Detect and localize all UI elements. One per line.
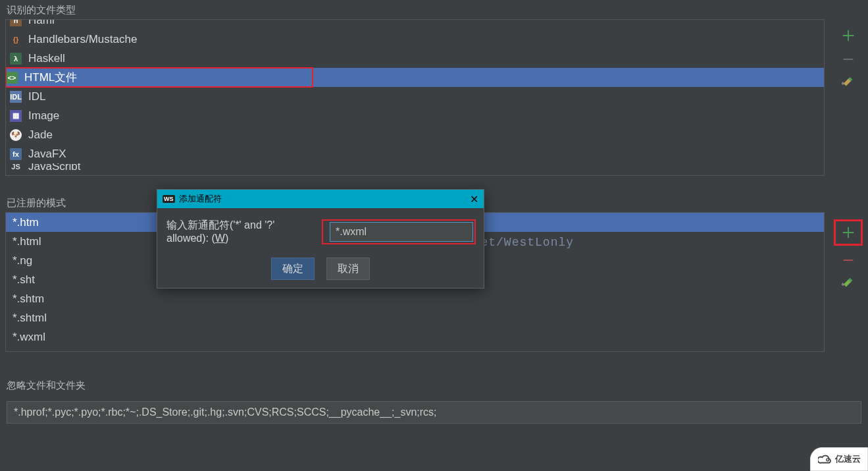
- jade-file-icon: 🐶: [10, 129, 22, 141]
- file-types-label: 识别的文件类型: [0, 0, 868, 19]
- file-type-row[interactable]: λHaskell: [6, 49, 824, 68]
- svg-rect-2: [844, 260, 854, 261]
- edit-pattern-button[interactable]: [841, 277, 855, 291]
- file-type-row[interactable]: JSJavaScript: [6, 163, 824, 170]
- file-type-label: JavaScript: [28, 163, 80, 170]
- vendor-badge[interactable]: 亿速云: [810, 447, 868, 471]
- hb-file-icon: {}: [10, 34, 22, 45]
- pattern-label: *.shtm: [13, 292, 44, 306]
- pattern-label: *.ng: [13, 254, 32, 267]
- jfx-file-icon: fx: [10, 148, 22, 160]
- file-type-label: Handlebars/Mustache: [28, 33, 137, 46]
- pattern-label: *.shtml: [13, 312, 47, 325]
- ignore-patterns-input[interactable]: [7, 401, 861, 424]
- pattern-label: *.wxml: [13, 331, 45, 344]
- add-file-type-button[interactable]: [841, 28, 855, 43]
- dialog-titlebar[interactable]: WS 添加通配符 ✕: [157, 190, 484, 208]
- file-type-label: JavaFX: [28, 148, 66, 161]
- file-type-row[interactable]: IDLIDL: [6, 87, 824, 106]
- pattern-label: *.sht: [13, 273, 35, 287]
- hs-file-icon: λ: [10, 53, 22, 65]
- pattern-row[interactable]: *.wxml: [6, 327, 824, 346]
- js-file-icon: JS: [10, 163, 22, 170]
- ignore-label: 忽略文件和文件夹: [0, 375, 868, 395]
- file-type-label: Image: [28, 109, 59, 123]
- file-type-row[interactable]: <>HTML文件: [6, 68, 824, 87]
- file-type-label: Haml: [28, 20, 55, 27]
- file-type-row[interactable]: 🐶Jade: [6, 125, 824, 144]
- idl-file-icon: IDL: [10, 91, 22, 103]
- file-type-label: IDL: [28, 90, 45, 103]
- dialog-input-highlight: [323, 221, 474, 243]
- add-wildcard-dialog: WS 添加通配符 ✕ 输入新通配符('*' and '?' allowed): …: [157, 189, 484, 289]
- edit-file-type-button[interactable]: [841, 76, 855, 90]
- file-type-row[interactable]: {}Handlebars/Mustache: [6, 30, 824, 49]
- app-icon: WS: [163, 195, 175, 203]
- dialog-title: 添加通配符: [179, 193, 222, 205]
- remove-file-type-button[interactable]: [841, 52, 855, 67]
- add-pattern-red-highlight: [836, 221, 861, 244]
- ok-button[interactable]: 确定: [271, 258, 315, 280]
- file-type-row[interactable]: hHaml: [6, 20, 824, 30]
- close-icon[interactable]: ✕: [470, 193, 478, 206]
- pattern-row[interactable]: *.shtml: [6, 308, 824, 327]
- svg-rect-0: [844, 59, 854, 60]
- img-file-icon: ▦: [10, 110, 22, 122]
- file-types-list[interactable]: hHaml{}Handlebars/MustacheλHaskell<>HTML…: [5, 19, 825, 176]
- file-type-label: Jade: [28, 128, 53, 142]
- file-type-row[interactable]: ▦Image: [6, 106, 824, 125]
- dialog-input-label: 输入新通配符('*' and '?' allowed): (W): [166, 219, 313, 244]
- cancel-button[interactable]: 取消: [326, 258, 370, 280]
- add-pattern-button[interactable]: [841, 225, 855, 240]
- file-type-label: HTML文件: [24, 70, 77, 85]
- remove-pattern-button[interactable]: [841, 253, 855, 267]
- html-file-icon: <>: [6, 72, 18, 84]
- h-file-icon: h: [10, 20, 22, 26]
- wildcard-input[interactable]: [330, 222, 473, 242]
- pattern-row[interactable]: *.shtm: [6, 289, 824, 308]
- pattern-label: *.htm: [13, 216, 39, 229]
- pattern-label: *.html: [13, 235, 41, 248]
- file-type-row[interactable]: fxJavaFX: [6, 144, 824, 163]
- file-type-label: Haskell: [28, 52, 65, 65]
- svg-point-4: [826, 458, 829, 461]
